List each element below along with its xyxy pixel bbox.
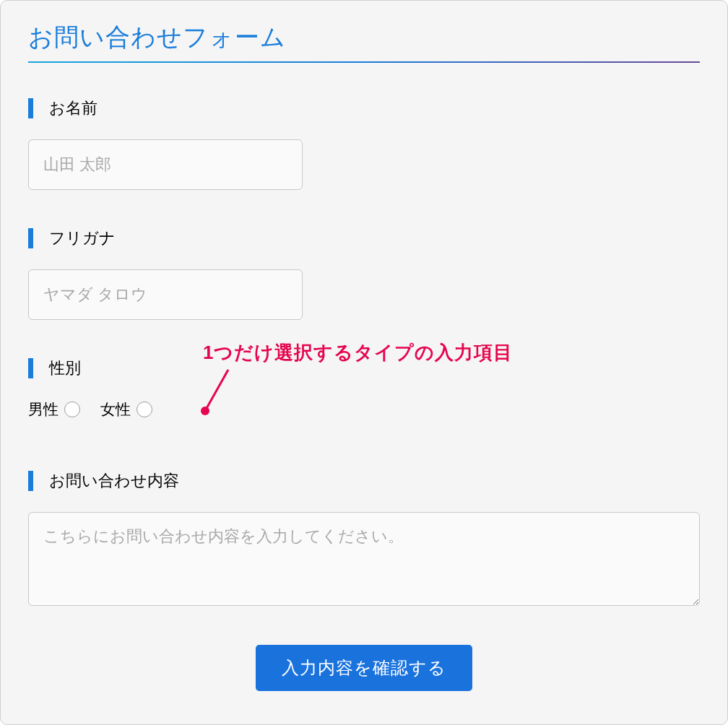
form-title: お問い合わせフォーム (28, 21, 700, 61)
title-underline (28, 61, 700, 63)
submit-wrap: 入力内容を確認する (28, 645, 700, 691)
gender-female-radio[interactable] (136, 401, 152, 417)
label-bar-icon (28, 471, 33, 491)
gender-female-item: 女性 (100, 399, 152, 420)
gender-female-label: 女性 (100, 399, 131, 420)
submit-button[interactable]: 入力内容を確認する (256, 645, 472, 691)
label-bar-icon (28, 228, 33, 248)
inquiry-field-label: お問い合わせ内容 (28, 470, 700, 492)
furigana-label-text: フリガナ (49, 227, 116, 249)
form-container: お問い合わせフォーム お名前 フリガナ 性別 男性 女性 (0, 0, 728, 725)
gender-field-group: 性別 男性 女性 (28, 357, 700, 420)
gender-male-label: 男性 (28, 399, 58, 420)
gender-label-text: 性別 (49, 357, 81, 379)
name-field-group: お名前 (28, 97, 700, 190)
inquiry-field-group: お問い合わせ内容 (28, 470, 700, 609)
name-label-text: お名前 (49, 97, 98, 119)
gender-radio-group: 男性 女性 (28, 399, 700, 420)
label-bar-icon (28, 98, 33, 118)
inquiry-label-text: お問い合わせ内容 (49, 470, 179, 492)
furigana-field-group: フリガナ (28, 227, 700, 320)
gender-male-item: 男性 (28, 399, 80, 420)
furigana-field-label: フリガナ (28, 227, 700, 249)
gender-field-label: 性別 (28, 357, 700, 379)
gender-male-radio[interactable] (64, 401, 80, 417)
name-input[interactable] (28, 139, 303, 190)
label-bar-icon (28, 358, 33, 378)
inquiry-textarea[interactable] (28, 512, 700, 606)
furigana-input[interactable] (28, 269, 303, 320)
name-field-label: お名前 (28, 97, 700, 119)
